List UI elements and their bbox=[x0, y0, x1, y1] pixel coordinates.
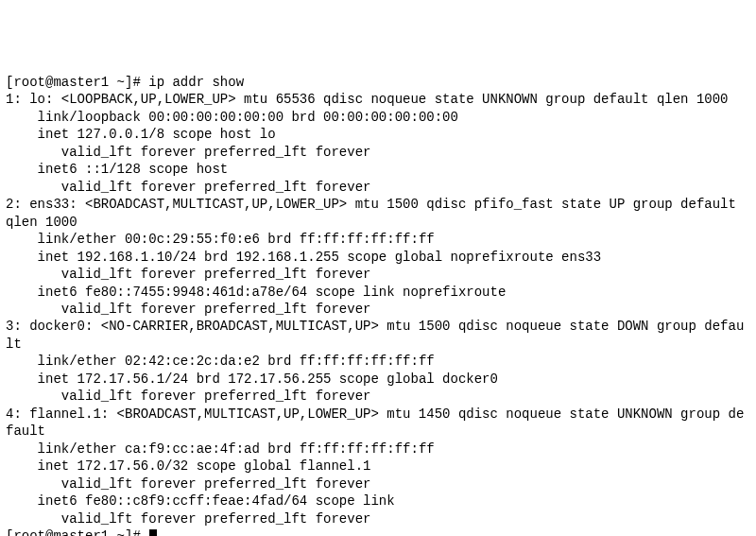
shell-prompt: [root@master1 ~]# bbox=[6, 75, 148, 90]
command-output: 1: lo: <LOOPBACK,UP,LOWER_UP> mtu 65536 … bbox=[6, 92, 744, 526]
shell-prompt: [root@master1 ~]# bbox=[6, 528, 148, 536]
command-text: ip addr show bbox=[148, 75, 244, 90]
terminal-output[interactable]: [root@master1 ~]# ip addr show 1: lo: <L… bbox=[6, 74, 750, 536]
cursor-icon bbox=[149, 529, 157, 536]
